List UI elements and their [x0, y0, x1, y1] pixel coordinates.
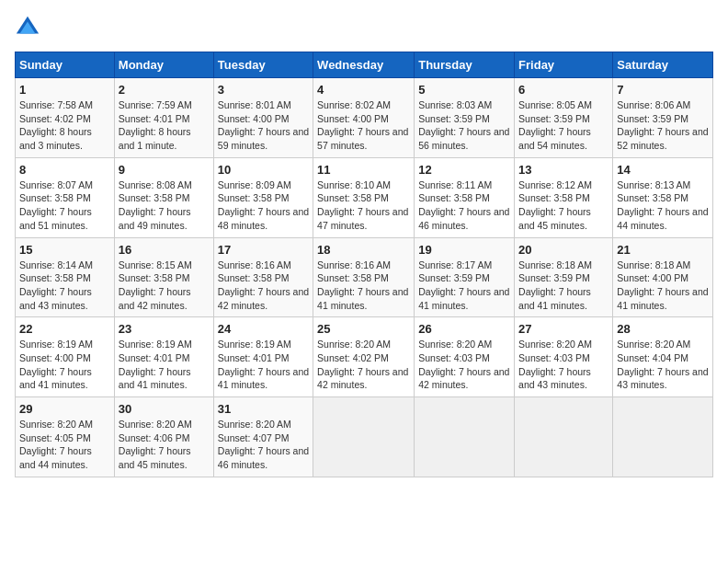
day-info: Sunrise: 7:58 AMSunset: 4:02 PMDaylight:… — [19, 98, 110, 153]
calendar-cell: 18Sunrise: 8:16 AMSunset: 3:58 PMDayligh… — [313, 237, 415, 317]
calendar-cell: 25Sunrise: 8:20 AMSunset: 4:02 PMDayligh… — [313, 317, 415, 397]
day-number: 29 — [19, 402, 110, 416]
day-info: Sunrise: 8:19 AMSunset: 4:01 PMDaylight:… — [119, 338, 210, 392]
day-number: 8 — [19, 163, 110, 177]
day-number: 21 — [617, 243, 709, 257]
day-info: Sunrise: 8:07 AMSunset: 3:58 PMDaylight:… — [19, 178, 110, 233]
day-number: 4 — [317, 83, 410, 97]
day-header-tuesday: Tuesday — [213, 52, 313, 78]
day-number: 23 — [119, 322, 210, 336]
calendar-cell: 7Sunrise: 8:06 AMSunset: 3:59 PMDaylight… — [613, 78, 713, 158]
day-header-monday: Monday — [114, 52, 213, 78]
day-info: Sunrise: 8:20 AMSunset: 4:03 PMDaylight:… — [418, 338, 510, 392]
day-number: 24 — [218, 322, 309, 336]
day-number: 18 — [317, 243, 410, 257]
calendar-cell: 31Sunrise: 8:20 AMSunset: 4:07 PMDayligh… — [213, 397, 313, 477]
calendar-cell: 19Sunrise: 8:17 AMSunset: 3:59 PMDayligh… — [415, 237, 515, 317]
logo-icon — [15, 15, 40, 40]
day-number: 26 — [418, 322, 510, 336]
calendar-cell: 4Sunrise: 8:02 AMSunset: 4:00 PMDaylight… — [313, 78, 415, 158]
calendar-cell — [313, 397, 415, 477]
calendar-cell: 13Sunrise: 8:12 AMSunset: 3:58 PMDayligh… — [515, 157, 613, 237]
day-info: Sunrise: 8:17 AMSunset: 3:59 PMDaylight:… — [418, 259, 510, 313]
day-number: 30 — [119, 402, 210, 416]
day-info: Sunrise: 8:09 AMSunset: 3:58 PMDaylight:… — [218, 178, 309, 233]
day-number: 28 — [617, 322, 709, 336]
day-info: Sunrise: 8:20 AMSunset: 4:05 PMDaylight:… — [19, 418, 110, 472]
day-number: 27 — [518, 322, 609, 336]
day-header-sunday: Sunday — [16, 52, 115, 78]
calendar-cell: 28Sunrise: 8:20 AMSunset: 4:04 PMDayligh… — [613, 317, 713, 397]
calendar-week-row: 15Sunrise: 8:14 AMSunset: 3:58 PMDayligh… — [16, 237, 713, 317]
page-header — [15, 15, 713, 40]
calendar-cell: 22Sunrise: 8:19 AMSunset: 4:00 PMDayligh… — [16, 317, 115, 397]
calendar-cell: 21Sunrise: 8:18 AMSunset: 4:00 PMDayligh… — [613, 237, 713, 317]
day-number: 5 — [418, 83, 510, 97]
calendar-cell: 20Sunrise: 8:18 AMSunset: 3:59 PMDayligh… — [515, 237, 613, 317]
day-number: 14 — [617, 163, 709, 177]
logo — [15, 15, 44, 40]
calendar-cell: 2Sunrise: 7:59 AMSunset: 4:01 PMDaylight… — [114, 78, 213, 158]
day-info: Sunrise: 8:19 AMSunset: 4:01 PMDaylight:… — [218, 338, 309, 392]
day-header-thursday: Thursday — [415, 52, 515, 78]
day-number: 13 — [518, 163, 609, 177]
calendar-cell: 5Sunrise: 8:03 AMSunset: 3:59 PMDaylight… — [415, 78, 515, 158]
calendar-header-row: SundayMondayTuesdayWednesdayThursdayFrid… — [16, 52, 713, 78]
day-header-friday: Friday — [515, 52, 613, 78]
day-number: 3 — [218, 83, 309, 97]
day-info: Sunrise: 8:14 AMSunset: 3:58 PMDaylight:… — [19, 259, 110, 313]
day-number: 17 — [218, 243, 309, 257]
calendar-cell: 11Sunrise: 8:10 AMSunset: 3:58 PMDayligh… — [313, 157, 415, 237]
day-info: Sunrise: 8:03 AMSunset: 3:59 PMDaylight:… — [418, 98, 510, 153]
day-info: Sunrise: 8:20 AMSunset: 4:02 PMDaylight:… — [317, 338, 410, 392]
day-number: 9 — [119, 163, 210, 177]
day-info: Sunrise: 8:01 AMSunset: 4:00 PMDaylight:… — [218, 98, 309, 153]
day-header-wednesday: Wednesday — [313, 52, 415, 78]
day-number: 15 — [19, 243, 110, 257]
calendar-table: SundayMondayTuesdayWednesdayThursdayFrid… — [15, 52, 713, 477]
calendar-cell: 17Sunrise: 8:16 AMSunset: 3:58 PMDayligh… — [213, 237, 313, 317]
day-info: Sunrise: 8:06 AMSunset: 3:59 PMDaylight:… — [617, 98, 709, 153]
calendar-cell: 12Sunrise: 8:11 AMSunset: 3:58 PMDayligh… — [415, 157, 515, 237]
calendar-cell: 30Sunrise: 8:20 AMSunset: 4:06 PMDayligh… — [114, 397, 213, 477]
calendar-cell: 27Sunrise: 8:20 AMSunset: 4:03 PMDayligh… — [515, 317, 613, 397]
day-info: Sunrise: 8:20 AMSunset: 4:03 PMDaylight:… — [518, 338, 609, 392]
day-number: 10 — [218, 163, 309, 177]
day-info: Sunrise: 8:20 AMSunset: 4:06 PMDaylight:… — [119, 418, 210, 472]
day-number: 22 — [19, 322, 110, 336]
day-number: 11 — [317, 163, 410, 177]
day-number: 2 — [119, 83, 210, 97]
calendar-cell: 23Sunrise: 8:19 AMSunset: 4:01 PMDayligh… — [114, 317, 213, 397]
day-number: 12 — [418, 163, 510, 177]
day-info: Sunrise: 8:19 AMSunset: 4:00 PMDaylight:… — [19, 338, 110, 392]
calendar-week-row: 22Sunrise: 8:19 AMSunset: 4:00 PMDayligh… — [16, 317, 713, 397]
calendar-cell: 8Sunrise: 8:07 AMSunset: 3:58 PMDaylight… — [16, 157, 115, 237]
day-info: Sunrise: 8:18 AMSunset: 4:00 PMDaylight:… — [617, 259, 709, 313]
day-number: 19 — [418, 243, 510, 257]
day-info: Sunrise: 8:15 AMSunset: 3:58 PMDaylight:… — [119, 259, 210, 313]
day-info: Sunrise: 8:16 AMSunset: 3:58 PMDaylight:… — [218, 259, 309, 313]
calendar-cell: 6Sunrise: 8:05 AMSunset: 3:59 PMDaylight… — [515, 78, 613, 158]
day-info: Sunrise: 7:59 AMSunset: 4:01 PMDaylight:… — [119, 98, 210, 153]
day-number: 25 — [317, 322, 410, 336]
day-info: Sunrise: 8:20 AMSunset: 4:07 PMDaylight:… — [218, 418, 309, 472]
day-info: Sunrise: 8:08 AMSunset: 3:58 PMDaylight:… — [119, 178, 210, 233]
calendar-week-row: 8Sunrise: 8:07 AMSunset: 3:58 PMDaylight… — [16, 157, 713, 237]
day-number: 7 — [617, 83, 709, 97]
day-info: Sunrise: 8:05 AMSunset: 3:59 PMDaylight:… — [518, 98, 609, 153]
day-header-saturday: Saturday — [613, 52, 713, 78]
calendar-cell: 14Sunrise: 8:13 AMSunset: 3:58 PMDayligh… — [613, 157, 713, 237]
day-info: Sunrise: 8:18 AMSunset: 3:59 PMDaylight:… — [518, 259, 609, 313]
calendar-cell — [515, 397, 613, 477]
calendar-cell: 1Sunrise: 7:58 AMSunset: 4:02 PMDaylight… — [16, 78, 115, 158]
calendar-cell: 29Sunrise: 8:20 AMSunset: 4:05 PMDayligh… — [16, 397, 115, 477]
calendar-cell — [415, 397, 515, 477]
day-info: Sunrise: 8:20 AMSunset: 4:04 PMDaylight:… — [617, 338, 709, 392]
day-number: 1 — [19, 83, 110, 97]
day-info: Sunrise: 8:16 AMSunset: 3:58 PMDaylight:… — [317, 259, 410, 313]
calendar-week-row: 1Sunrise: 7:58 AMSunset: 4:02 PMDaylight… — [16, 78, 713, 158]
day-number: 31 — [218, 402, 309, 416]
day-info: Sunrise: 8:10 AMSunset: 3:58 PMDaylight:… — [317, 178, 410, 233]
calendar-cell: 26Sunrise: 8:20 AMSunset: 4:03 PMDayligh… — [415, 317, 515, 397]
calendar-cell: 16Sunrise: 8:15 AMSunset: 3:58 PMDayligh… — [114, 237, 213, 317]
